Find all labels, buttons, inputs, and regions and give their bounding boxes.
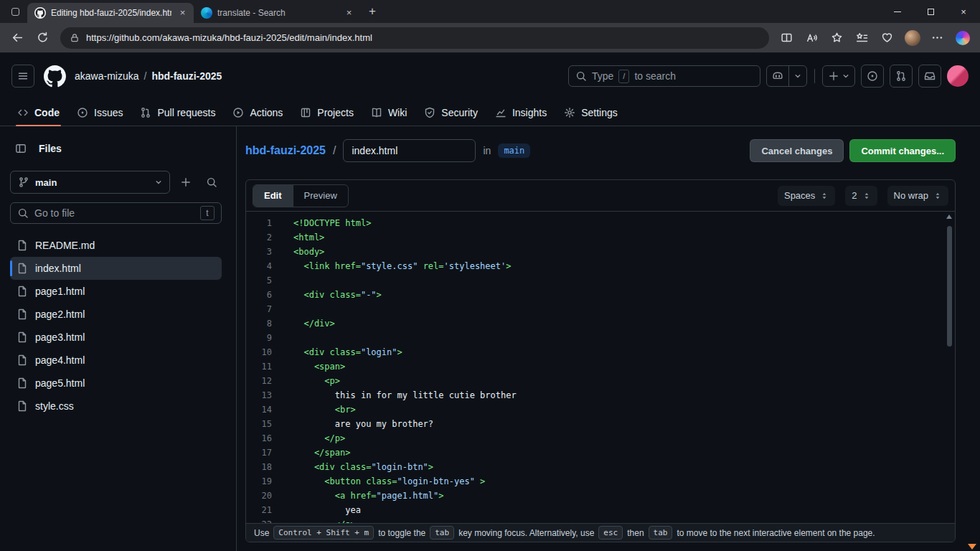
tab-preview[interactable]: Preview — [293, 185, 348, 207]
user-avatar[interactable] — [947, 65, 969, 87]
cancel-changes-button[interactable]: Cancel changes — [750, 139, 844, 162]
code-line-8[interactable]: 8 </div> — [246, 316, 955, 331]
repo-tab-security[interactable]: Security — [417, 99, 485, 126]
scroll-up-arrow-icon[interactable] — [946, 215, 952, 219]
code-line-22[interactable]: 22 </a> — [246, 517, 955, 523]
editor-toolbar: Edit Preview Spaces 2 No wrap — [246, 180, 955, 212]
minimize-button[interactable] — [881, 0, 914, 23]
create-new-button[interactable] — [822, 65, 855, 87]
repo-tab-pull-requests[interactable]: Pull requests — [133, 99, 222, 126]
global-search-input[interactable]: Type / to search — [568, 65, 760, 87]
issues-button[interactable] — [861, 65, 884, 88]
code-line-6[interactable]: 6 <div class="-"> — [246, 288, 955, 302]
breadcrumb-owner-link[interactable]: akawa-mizuka — [75, 70, 138, 82]
browser-menu-button[interactable] — [925, 27, 949, 50]
refresh-button[interactable] — [31, 27, 55, 50]
code-line-7[interactable]: 7 — [246, 302, 955, 316]
indent-size-select[interactable]: 2 — [845, 186, 877, 206]
address-bar[interactable]: https://github.com/akawa-mizuka/hbd-fauz… — [60, 27, 769, 49]
code-line-9[interactable]: 9 — [246, 331, 955, 345]
code-line-15[interactable]: 15 are you my brother? — [246, 417, 955, 431]
editor-scrollbar[interactable] — [946, 215, 953, 520]
global-menu-button[interactable] — [11, 65, 34, 88]
code-line-11[interactable]: 11 <span> — [246, 359, 955, 374]
breadcrumb-repo-link[interactable]: hbd-fauzi-2025 — [151, 70, 222, 82]
code-line-12[interactable]: 12 <p> — [246, 374, 955, 388]
code-line-10[interactable]: 10 <div class="login"> — [246, 345, 955, 359]
tab-edit[interactable]: Edit — [253, 185, 293, 207]
branch-selector[interactable]: main — [10, 171, 170, 194]
kbd-esc: esc — [598, 526, 623, 540]
actions-icon — [232, 107, 244, 118]
code-line-4[interactable]: 4 <link href="style.css" rel='stylesheet… — [246, 259, 955, 273]
code-line-1[interactable]: 1<!DOCTYPE html> — [246, 216, 955, 230]
commit-changes-button[interactable]: Commit changes... — [849, 139, 956, 162]
accessibility-footer: Use Control + Shift + m to toggle the ta… — [246, 523, 955, 542]
file-item-page5.html[interactable]: page5.html — [10, 372, 222, 395]
tab-actions-button[interactable] — [6, 2, 24, 21]
browser-essentials-button[interactable] — [875, 27, 899, 50]
search-files-button[interactable] — [202, 172, 222, 192]
code-editor[interactable]: 1<!DOCTYPE html>2<html>3<body>4 <link hr… — [246, 212, 955, 523]
chevron-down-icon[interactable] — [789, 72, 806, 80]
code-line-13[interactable]: 13 this in for my little cutie brother — [246, 388, 955, 402]
file-item-README.md[interactable]: README.md — [10, 234, 222, 257]
site-info-lock-icon[interactable] — [70, 33, 80, 43]
close-tab-icon[interactable]: × — [176, 7, 189, 19]
file-item-page1.html[interactable]: page1.html — [10, 280, 222, 303]
indent-mode-select[interactable]: Spaces — [778, 186, 835, 206]
repo-tab-issues[interactable]: Issues — [70, 99, 130, 126]
file-item-style.css[interactable]: style.css — [10, 395, 222, 418]
code-line-21[interactable]: 21 yea — [246, 503, 955, 517]
scrollbar-thumb[interactable] — [947, 226, 952, 347]
line-number: 5 — [246, 273, 272, 288]
copilot-menu-button[interactable] — [766, 65, 807, 87]
repo-root-link[interactable]: hbd-fauzi-2025 — [245, 144, 326, 157]
wrap-mode-select[interactable]: No wrap — [887, 186, 948, 206]
code-line-19[interactable]: 19 <button class="login-btn-yes" > — [246, 474, 955, 489]
line-number: 2 — [246, 230, 272, 245]
go-to-file-input[interactable]: Go to file t — [10, 202, 222, 224]
file-item-page4.html[interactable]: page4.html — [10, 349, 222, 372]
file-item-page3.html[interactable]: page3.html — [10, 326, 222, 349]
new-tab-button[interactable]: + — [363, 2, 382, 21]
repo-tab-wiki[interactable]: Wiki — [364, 99, 414, 126]
search-placeholder: to search — [634, 70, 676, 82]
maximize-button[interactable] — [914, 0, 947, 23]
repo-tab-code[interactable]: Code — [10, 99, 67, 126]
browser-tab-github[interactable]: Editing hbd-fauzi-2025/index.htm × — [27, 3, 194, 23]
line-number: 17 — [246, 446, 272, 460]
inbox-button[interactable] — [918, 65, 941, 88]
browser-tab-search[interactable]: translate - Search × — [194, 3, 360, 23]
code-line-20[interactable]: 20 <a href="page1.html"> — [246, 489, 955, 503]
favorites-star-button[interactable] — [825, 27, 849, 50]
repo-tab-settings[interactable]: Settings — [557, 99, 625, 126]
pull-requests-button[interactable] — [890, 65, 913, 88]
file-item-index.html[interactable]: index.html — [10, 257, 222, 280]
code-line-2[interactable]: 2<html> — [246, 230, 955, 245]
collapse-file-tree-button[interactable] — [10, 138, 32, 159]
copilot-logo-icon — [956, 31, 970, 45]
code-line-17[interactable]: 17 </span> — [246, 446, 955, 460]
file-item-page2.html[interactable]: page2.html — [10, 303, 222, 326]
code-line-18[interactable]: 18 <div class="login-btn"> — [246, 460, 955, 474]
edge-copilot-button[interactable] — [951, 27, 974, 50]
repo-tab-projects[interactable]: Projects — [293, 99, 361, 126]
filename-input[interactable] — [343, 139, 476, 162]
code-line-16[interactable]: 16 </p> — [246, 431, 955, 446]
repo-tab-actions[interactable]: Actions — [225, 99, 290, 126]
code-line-5[interactable]: 5 — [246, 273, 955, 288]
close-window-button[interactable]: × — [947, 0, 980, 23]
repo-tab-insights[interactable]: Insights — [488, 99, 554, 126]
profile-button[interactable] — [900, 27, 924, 50]
code-line-3[interactable]: 3<body> — [246, 245, 955, 259]
split-screen-button[interactable] — [775, 27, 798, 50]
collections-button[interactable] — [850, 27, 874, 50]
read-aloud-button[interactable] — [800, 27, 824, 50]
add-file-button[interactable] — [176, 172, 196, 192]
close-tab-icon[interactable]: × — [343, 7, 355, 19]
github-logo[interactable] — [43, 65, 66, 88]
back-button[interactable] — [6, 27, 29, 50]
scroll-down-indicator[interactable] — [968, 544, 976, 550]
code-line-14[interactable]: 14 <br> — [246, 402, 955, 417]
